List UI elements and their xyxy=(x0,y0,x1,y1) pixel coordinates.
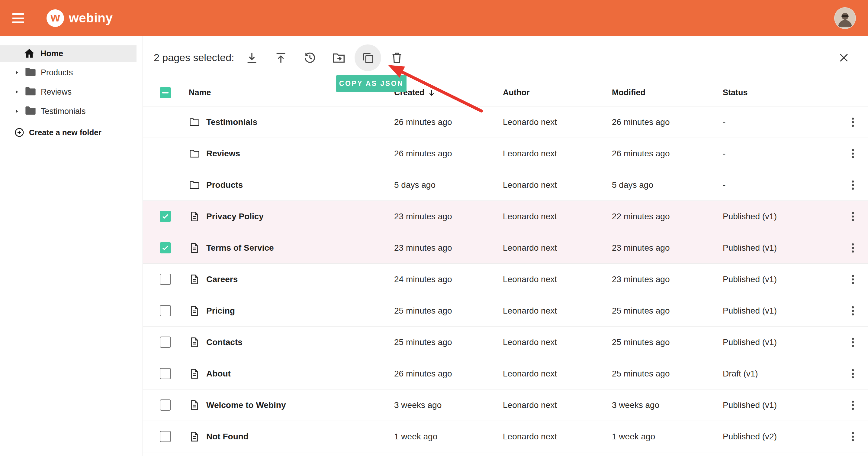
sidebar-item-home[interactable]: Home xyxy=(0,45,136,62)
folder-icon xyxy=(189,179,200,191)
check-icon xyxy=(161,244,169,252)
row-checkbox[interactable] xyxy=(160,305,171,316)
row-menu-button[interactable] xyxy=(845,177,861,193)
move-button[interactable] xyxy=(326,45,352,71)
hamburger-menu-button[interactable] xyxy=(12,10,29,27)
row-menu-button[interactable] xyxy=(845,272,861,287)
table-row[interactable]: Reviews 26 minutes ago Leonardo next 26 … xyxy=(143,138,868,169)
hamburger-icon xyxy=(12,13,24,15)
restore-button[interactable] xyxy=(297,45,323,71)
sidebar-folder-testimonials[interactable]: Testimonials xyxy=(0,102,143,121)
row-name: Pricing xyxy=(206,306,235,316)
folder-icon xyxy=(189,116,200,128)
row-status: Published (v2) xyxy=(723,432,837,441)
row-status: - xyxy=(723,180,837,190)
delete-button[interactable] xyxy=(383,45,410,71)
row-author: Leonardo next xyxy=(503,400,612,410)
select-all-checkbox[interactable] xyxy=(160,87,171,98)
kebab-icon xyxy=(847,305,859,317)
table-row[interactable]: Privacy Policy 23 minutes ago Leonardo n… xyxy=(143,201,868,232)
column-header-created[interactable]: Created xyxy=(394,88,503,97)
copy-as-json-button[interactable] xyxy=(354,45,381,71)
create-new-folder-button[interactable]: Create a new folder xyxy=(0,123,143,142)
row-checkbox[interactable] xyxy=(160,337,171,348)
row-checkbox[interactable] xyxy=(160,211,171,222)
download-button[interactable] xyxy=(239,45,265,71)
kebab-icon xyxy=(847,116,859,128)
table-row[interactable]: About 26 minutes ago Leonardo next 25 mi… xyxy=(143,358,868,390)
close-selection-button[interactable] xyxy=(837,51,851,65)
row-menu-button[interactable] xyxy=(845,303,861,319)
sidebar-folder-products[interactable]: Products xyxy=(0,63,143,82)
row-name: Privacy Policy xyxy=(206,212,264,221)
row-status: Published (v1) xyxy=(723,275,837,284)
row-menu-button[interactable] xyxy=(845,366,861,381)
row-status: Published (v1) xyxy=(723,243,837,253)
table-row[interactable]: Careers 24 minutes ago Leonardo next 23 … xyxy=(143,264,868,295)
row-checkbox[interactable] xyxy=(160,368,171,379)
table-row[interactable]: Products 5 days ago Leonardo next 5 days… xyxy=(143,169,868,201)
home-icon xyxy=(23,47,36,60)
check-icon xyxy=(161,212,169,221)
chevron-right-icon[interactable] xyxy=(13,89,21,95)
column-header-status[interactable]: Status xyxy=(723,88,837,97)
kebab-icon xyxy=(847,242,859,254)
table-row[interactable]: Not Found 1 week ago Leonardo next 1 wee… xyxy=(143,421,868,452)
row-menu-button[interactable] xyxy=(845,335,861,350)
row-menu-button[interactable] xyxy=(845,397,861,413)
row-modified: 3 weeks ago xyxy=(612,400,723,410)
row-author: Leonardo next xyxy=(503,243,612,253)
folder-label: Reviews xyxy=(41,87,71,97)
table-row[interactable]: Contacts 25 minutes ago Leonardo next 25… xyxy=(143,326,868,358)
kebab-icon xyxy=(847,336,859,348)
create-folder-label: Create a new folder xyxy=(29,128,101,137)
row-author: Leonardo next xyxy=(503,338,612,347)
row-status: Published (v1) xyxy=(723,306,837,316)
table-row[interactable]: Pricing 25 minutes ago Leonardo next 25 … xyxy=(143,295,868,326)
row-author: Leonardo next xyxy=(503,369,612,378)
row-created: 26 minutes ago xyxy=(394,149,503,159)
row-checkbox[interactable] xyxy=(160,399,171,411)
row-modified: 23 minutes ago xyxy=(612,243,723,253)
export-button[interactable] xyxy=(268,45,294,71)
row-author: Leonardo next xyxy=(503,212,612,221)
row-modified: 5 days ago xyxy=(612,180,723,190)
row-menu-button[interactable] xyxy=(845,209,861,224)
table-row[interactable]: Welcome to Webiny 3 weeks ago Leonardo n… xyxy=(143,390,868,421)
row-menu-button[interactable] xyxy=(845,429,861,445)
copy-as-json-tooltip: COPY AS JSON xyxy=(336,75,406,92)
row-menu-button[interactable] xyxy=(845,240,861,256)
row-status: Published (v1) xyxy=(723,212,837,221)
row-author: Leonardo next xyxy=(503,180,612,190)
page-icon xyxy=(189,399,200,411)
row-name: Welcome to Webiny xyxy=(206,400,286,410)
row-checkbox[interactable] xyxy=(160,242,171,253)
page-icon xyxy=(189,305,200,317)
row-menu-button[interactable] xyxy=(845,114,861,130)
row-status: - xyxy=(723,117,837,127)
row-checkbox[interactable] xyxy=(160,274,171,285)
kebab-icon xyxy=(847,179,859,191)
row-modified: 25 minutes ago xyxy=(612,369,723,378)
table-row[interactable]: Testimonials 26 minutes ago Leonardo nex… xyxy=(143,107,868,138)
row-created: 23 minutes ago xyxy=(394,212,503,221)
sidebar-folder-reviews[interactable]: Reviews xyxy=(0,82,143,102)
sidebar: Home Products Reviews Testimonials xyxy=(0,36,143,456)
kebab-icon xyxy=(847,273,859,285)
column-header-author[interactable]: Author xyxy=(503,88,612,97)
avatar[interactable] xyxy=(834,7,856,29)
row-checkbox[interactable] xyxy=(160,431,171,442)
chevron-right-icon[interactable] xyxy=(13,69,21,76)
row-menu-button[interactable] xyxy=(845,146,861,162)
row-name: Careers xyxy=(206,275,238,284)
selected-count-label: 2 pages selected: xyxy=(154,52,235,63)
table-row[interactable]: Terms of Service 23 minutes ago Leonardo… xyxy=(143,232,868,264)
page-icon xyxy=(189,337,200,348)
page-icon xyxy=(189,431,200,443)
row-status: Published (v1) xyxy=(723,338,837,347)
row-name: Contacts xyxy=(206,338,243,347)
row-created: 3 weeks ago xyxy=(394,400,503,410)
column-header-modified[interactable]: Modified xyxy=(612,88,723,97)
chevron-right-icon[interactable] xyxy=(13,108,21,114)
trash-icon xyxy=(390,51,404,65)
